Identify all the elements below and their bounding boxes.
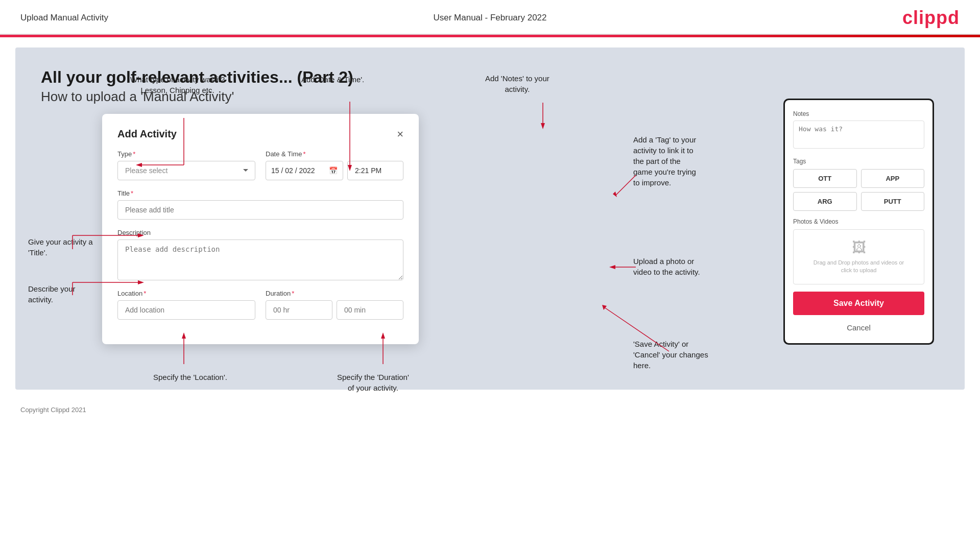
form-row-location-duration: Location* Duration*	[117, 290, 403, 320]
title-label: Title*	[117, 189, 403, 197]
annotation-notes: Add 'Notes' to your activity.	[485, 73, 549, 94]
form-group-datetime: Date & Time* 15 / 02 / 2022 📅 2:21 PM	[266, 150, 403, 180]
add-activity-modal: Add Activity × Type* Please select Date …	[102, 114, 419, 344]
annotation-desc: Describe your activity.	[28, 283, 76, 305]
phone-inner: Notes Tags OTT APP ARG PUTT Photos & Vid…	[785, 100, 933, 343]
top-accent-bar	[0, 35, 980, 37]
hours-input[interactable]	[266, 300, 332, 320]
form-group-duration: Duration*	[266, 290, 403, 320]
notes-textarea[interactable]	[793, 121, 924, 149]
copyright: Copyright Clippd 2021	[20, 406, 86, 414]
main-content: All your golf-relevant activities... (Pa…	[15, 47, 965, 390]
annotation-title: Give your activity a 'Title'.	[28, 236, 93, 258]
tag-app[interactable]: APP	[861, 169, 925, 188]
photos-drop-text: Drag and Drop photos and videos or click…	[799, 259, 919, 275]
camera-icon: 🖼	[799, 239, 919, 256]
date-input[interactable]: 15 / 02 / 2022 📅	[266, 161, 343, 180]
photos-label: Photos & Videos	[793, 218, 924, 225]
duration-label: Duration*	[266, 290, 403, 297]
annotation-tag: Add a 'Tag' to your activity to link it …	[633, 134, 696, 188]
tag-putt[interactable]: PUTT	[861, 192, 925, 211]
save-activity-button[interactable]: Save Activity	[793, 292, 924, 315]
top-bar: Upload Manual Activity User Manual - Feb…	[0, 0, 980, 35]
svg-line-17	[615, 175, 636, 196]
modal-header: Add Activity ×	[117, 128, 403, 140]
mins-input[interactable]	[337, 300, 403, 320]
time-input[interactable]: 2:21 PM	[347, 161, 403, 180]
tags-label: Tags	[793, 158, 924, 165]
form-row-type-datetime: Type* Please select Date & Time* 15 / 02…	[117, 150, 403, 180]
form-group-title: Title*	[117, 189, 403, 220]
svg-marker-20	[609, 265, 615, 269]
form-group-desc: Description	[117, 229, 403, 280]
desc-label: Description	[117, 229, 403, 236]
tag-ott[interactable]: OTT	[793, 169, 857, 188]
form-row-desc: Description	[117, 229, 403, 280]
annotation-location: Specify the 'Location'.	[153, 372, 227, 382]
location-input[interactable]	[117, 300, 255, 320]
tags-grid: OTT APP ARG PUTT	[793, 169, 924, 211]
svg-marker-22	[602, 305, 607, 310]
annotation-type: What type of activity was it? Lesson, Ch…	[130, 74, 225, 95]
desc-textarea[interactable]	[117, 239, 403, 280]
photos-dropzone[interactable]: 🖼 Drag and Drop photos and videos or cli…	[793, 229, 924, 284]
type-select[interactable]: Please select	[117, 161, 255, 180]
footer: Copyright Clippd 2021	[0, 400, 980, 420]
cancel-button[interactable]: Cancel	[793, 320, 924, 335]
notes-label: Notes	[793, 110, 924, 117]
logo: clippd	[902, 7, 960, 29]
annotation-datetime: Add 'Date & Time'.	[301, 74, 364, 85]
type-label: Type*	[117, 150, 255, 158]
location-label: Location*	[117, 290, 255, 297]
phone-panel: Notes Tags OTT APP ARG PUTT Photos & Vid…	[783, 99, 934, 345]
page-label: Upload Manual Activity	[20, 13, 108, 23]
tag-arg[interactable]: ARG	[793, 192, 857, 211]
svg-marker-18	[613, 191, 617, 197]
annotation-upload: Upload a photo or video to the activity.	[633, 256, 700, 277]
svg-marker-16	[541, 123, 545, 129]
form-row-title: Title*	[117, 189, 403, 220]
datetime-label: Date & Time*	[266, 150, 403, 158]
calendar-icon: 📅	[329, 166, 338, 175]
form-group-location: Location*	[117, 290, 255, 320]
modal-close-button[interactable]: ×	[397, 129, 403, 140]
doc-title: User Manual - February 2022	[433, 13, 546, 23]
annotation-save: 'Save Activity' or 'Cancel' your changes…	[633, 339, 708, 371]
modal-title: Add Activity	[117, 128, 177, 140]
title-input[interactable]	[117, 200, 403, 220]
annotation-duration: Specify the 'Duration' of your activity.	[337, 372, 409, 393]
form-group-type: Type* Please select	[117, 150, 255, 180]
date-time-group: 15 / 02 / 2022 📅 2:21 PM	[266, 161, 403, 180]
